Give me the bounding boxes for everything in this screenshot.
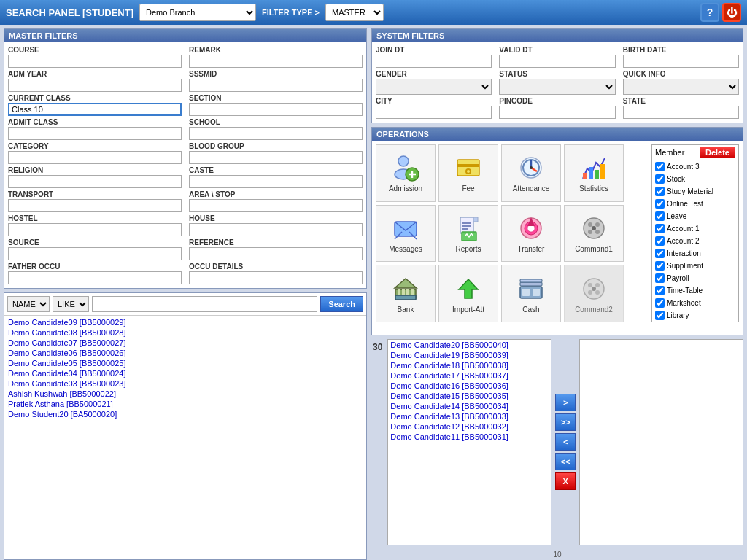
admitclass-input[interactable] [8, 127, 182, 140]
reference-input[interactable] [189, 247, 363, 260]
remark-input[interactable] [189, 55, 363, 68]
joindt-input[interactable] [376, 55, 492, 68]
search-input[interactable] [92, 296, 317, 312]
occudetails-input[interactable] [189, 271, 363, 284]
delete-button[interactable]: Delete [700, 147, 735, 158]
checkbox-item[interactable]: Stock [652, 173, 738, 185]
statistics-button[interactable]: Statistics [564, 144, 624, 202]
list-item[interactable]: Ashish Kushwah [BB5000022] [6, 389, 365, 399]
search-field-select[interactable]: NAME [7, 296, 50, 312]
checkbox-input[interactable] [655, 273, 665, 283]
list-item[interactable]: Demo Candidate04 [BB5000024] [6, 368, 365, 378]
checkbox-item[interactable]: Leave [652, 210, 738, 222]
list-item[interactable]: Demo Candidate11 [BB5000031] [388, 432, 551, 442]
messages-button[interactable]: Messages [376, 205, 436, 262]
move-all-left-button[interactable]: << [555, 453, 576, 470]
checkbox-item[interactable]: Online Test [652, 198, 738, 210]
import-att-button[interactable]: Import-Att [438, 265, 498, 322]
attendance-button[interactable]: Attendance [501, 144, 561, 202]
branch-select[interactable]: Demo Branch [139, 4, 256, 21]
category-input[interactable] [8, 151, 182, 164]
list-item[interactable]: Demo Candidate19 [BB5000039] [388, 350, 551, 360]
list-item[interactable]: Demo Candidate03 [BB5000023] [6, 378, 365, 389]
list-item[interactable]: Demo Candidate12 [BB5000032] [388, 421, 551, 432]
checkbox-input[interactable] [655, 249, 665, 258]
source-input[interactable] [8, 247, 182, 260]
currentclass-input[interactable] [8, 103, 182, 116]
checkbox-item[interactable]: Study Material [652, 185, 738, 198]
checkbox-input[interactable] [655, 298, 665, 308]
checkbox-item[interactable]: Suppliment [652, 260, 738, 272]
clear-button[interactable]: X [555, 472, 576, 490]
checkbox-item[interactable]: Marksheet [652, 297, 738, 309]
move-all-right-button[interactable]: >> [555, 413, 576, 431]
list-item[interactable]: Demo Candidate05 [BB5000025] [6, 358, 365, 368]
school-input[interactable] [189, 127, 363, 140]
list-item[interactable]: Demo Candidate16 [BB5000036] [388, 381, 551, 391]
checkbox-item[interactable]: Payroll [652, 272, 738, 284]
course-input[interactable] [8, 55, 182, 68]
list-item[interactable]: Demo Candidate17 [BB5000037] [388, 370, 551, 381]
command1-button[interactable]: Command1 [564, 205, 624, 262]
list-item[interactable]: Demo Candidate08 [BB5000028] [6, 327, 365, 338]
list-item[interactable]: Demo Candidate06 [BB5000026] [6, 348, 365, 358]
list-item[interactable]: Demo Candidate18 [BB5000038] [388, 360, 551, 370]
status-select[interactable]: ActiveInactive [499, 79, 615, 95]
checkbox-input[interactable] [655, 199, 665, 209]
list-item[interactable]: Pratiek Asthana [BB5000021] [6, 399, 365, 409]
checkbox-input[interactable] [655, 174, 665, 184]
checkbox-input[interactable] [655, 236, 665, 246]
city-input[interactable] [376, 106, 492, 119]
transport-input[interactable] [8, 199, 182, 212]
help-button[interactable]: ? [700, 3, 719, 22]
validdt-input[interactable] [499, 55, 615, 68]
list-item[interactable]: Demo Candidate13 [BB5000033] [388, 411, 551, 421]
pincode-input[interactable] [499, 106, 615, 119]
move-right-button[interactable]: > [555, 394, 576, 411]
checkbox-input[interactable] [655, 224, 665, 233]
checkbox-item[interactable]: Account 3 [652, 160, 738, 173]
transfer-button[interactable]: Transfer [501, 205, 561, 262]
hostel-input[interactable] [8, 223, 182, 236]
list-item[interactable]: Demo Candidate09 [BB5000029] [6, 317, 365, 327]
filter-type-select[interactable]: MASTER [325, 4, 384, 21]
checkbox-input[interactable] [655, 187, 665, 196]
checkbox-input[interactable] [655, 211, 665, 221]
list-item[interactable]: Demo Candidate07 [BB5000027] [6, 338, 365, 348]
checkbox-item[interactable]: Interaction [652, 247, 738, 260]
checkbox-item[interactable]: Time-Table [652, 284, 738, 297]
bloodgroup-input[interactable] [189, 151, 363, 164]
list-item[interactable]: Demo Candidate20 [BB5000040] [388, 340, 551, 350]
areastop-input[interactable] [189, 199, 363, 212]
search-button[interactable]: Search [320, 296, 363, 312]
admyear-input[interactable] [8, 79, 182, 92]
sssmid-input[interactable] [189, 79, 363, 92]
fee-button[interactable]: Fee [438, 144, 498, 202]
checkbox-input[interactable] [655, 261, 665, 271]
list-item[interactable]: Demo Candidate14 [BB5000034] [388, 401, 551, 411]
section-input[interactable] [189, 103, 363, 116]
checkbox-item[interactable]: Library [652, 309, 738, 322]
list-item[interactable]: Demo Student20 [BA5000020] [6, 409, 365, 419]
quickinfo-select[interactable] [623, 79, 739, 95]
house-input[interactable] [189, 223, 363, 236]
checkbox-item[interactable]: Account 2 [652, 235, 738, 247]
command2-button[interactable]: Command2 [564, 265, 624, 322]
admission-button[interactable]: Admission [376, 144, 436, 202]
bank-button[interactable]: Bank [376, 265, 436, 322]
checkbox-item[interactable]: Account 1 [652, 222, 738, 235]
checkbox-input[interactable] [655, 286, 665, 295]
fatheroccu-input[interactable] [8, 271, 182, 284]
caste-input[interactable] [189, 175, 363, 188]
gender-select[interactable]: MaleFemale [376, 79, 492, 95]
birthdate-input[interactable] [623, 55, 739, 68]
checkbox-input[interactable] [655, 311, 665, 320]
state-input[interactable] [623, 106, 739, 119]
religion-input[interactable] [8, 175, 182, 188]
reports-button[interactable]: Reports [438, 205, 498, 262]
list-item[interactable]: Demo Candidate15 [BB5000035] [388, 391, 551, 401]
checkbox-input[interactable] [655, 162, 665, 171]
power-button[interactable]: ⏻ [722, 3, 741, 22]
move-left-button[interactable]: < [555, 433, 576, 451]
cash-button[interactable]: Cash [501, 265, 561, 322]
